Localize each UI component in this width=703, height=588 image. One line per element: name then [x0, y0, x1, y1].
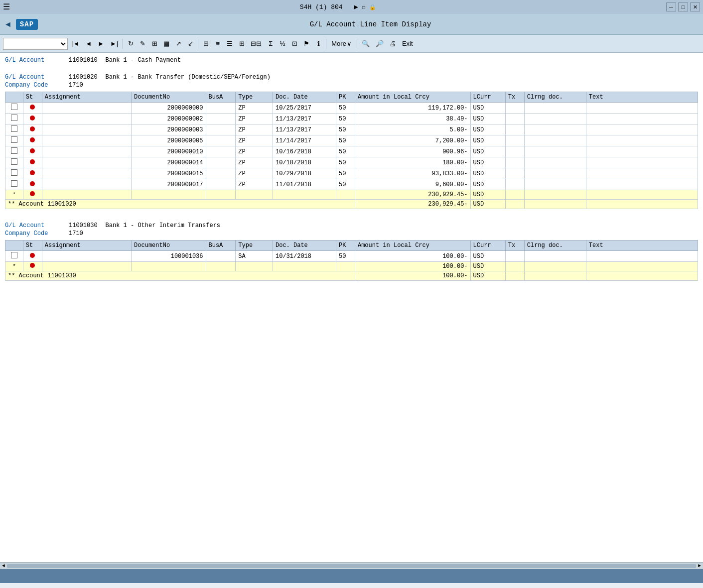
print-button[interactable]: 🖨 [387, 37, 399, 50]
row-checkbox[interactable] [5, 103, 23, 114]
table-row[interactable]: 2000000003 ZP 11/13/2017 50 5.00- USD [5, 124, 698, 135]
row-date: 10/31/2018 [273, 251, 336, 262]
table-row[interactable]: 2000000014 ZP 10/18/2018 50 180.00- USD [5, 157, 698, 168]
table-row[interactable]: 2000000002 ZP 11/13/2017 50 38.49- USD [5, 114, 698, 124]
table-row[interactable]: 2000000017 ZP 11/01/2018 50 9,600.00- US… [5, 179, 698, 190]
find-next-button[interactable]: 🔎 [373, 37, 386, 50]
flag-button[interactable]: ⚑ [301, 37, 312, 50]
th-text-1: Text [586, 92, 698, 103]
table-row[interactable]: 100001036 SA 10/31/2018 50 100.00- USD [5, 251, 698, 262]
subtotal-button[interactable]: ⊟⊟ [248, 37, 264, 50]
table-row[interactable]: 2000000000 ZP 10/25/2017 50 119,172.00- … [5, 103, 698, 114]
info-button[interactable]: ℹ [313, 37, 324, 50]
layout-button[interactable]: ⊞ [149, 37, 160, 50]
export-button[interactable]: ↗ [173, 37, 184, 50]
lock-icon[interactable]: 🔒 [369, 4, 376, 10]
row-checkbox[interactable] [5, 124, 23, 135]
next-button[interactable]: ► [95, 37, 107, 50]
row-checkbox[interactable] [5, 146, 23, 157]
th-docno-2: DocumentNo [132, 240, 206, 251]
checkbox-icon[interactable] [11, 125, 17, 132]
scroll-left-icon[interactable]: ◄ [2, 563, 5, 569]
row-lcurr: USD [470, 103, 505, 114]
bookmark-button[interactable]: ⊡ [289, 37, 300, 50]
status-dot-icon [30, 126, 35, 131]
row-checkbox[interactable] [5, 135, 23, 146]
checkbox-icon[interactable] [11, 115, 17, 121]
total-row-2: ** Account 11001030 100.00- USD [5, 271, 698, 281]
account-row-gl-2: G/L Account 11001020 Bank 1 - Bank Trans… [5, 74, 698, 81]
th-amount-1: Amount in Local Crcy [355, 92, 470, 103]
menu-icon[interactable]: ☰ [3, 2, 10, 12]
gl-account-number-3: 11001030 [69, 222, 98, 229]
company-code-row-2: Company Code 1710 [5, 82, 698, 89]
row-date: 10/16/2018 [273, 146, 336, 157]
row-busa [206, 114, 236, 124]
row-checkbox[interactable] [5, 157, 23, 168]
row-docno: 2000000014 [132, 157, 206, 168]
align-left-button[interactable]: ≡ [212, 37, 223, 50]
row-tx [505, 146, 524, 157]
exit-button[interactable]: Exit [400, 37, 416, 50]
row-clrng [524, 103, 586, 114]
row-lcurr: USD [470, 124, 505, 135]
table-row[interactable]: 2000000015 ZP 10/29/2018 50 93,833.00- U… [5, 168, 698, 179]
table-row[interactable]: 2000000005 ZP 11/14/2017 50 7,200.00- US… [5, 135, 698, 146]
scroll-thumb[interactable] [7, 564, 696, 568]
h-scrollbar[interactable]: ◄ ► [0, 562, 703, 569]
row-amount: 5.00- [355, 124, 470, 135]
gl-account-label-3: G/L Account [5, 222, 65, 229]
table-row[interactable]: 2000000010 ZP 10/16/2018 50 900.96- USD [5, 146, 698, 157]
refresh-button[interactable]: ↻ [125, 37, 136, 50]
scroll-right-icon[interactable]: ► [698, 563, 701, 569]
fraction-button[interactable]: ½ [277, 37, 288, 50]
edit-button[interactable]: ✎ [137, 37, 148, 50]
row-docno: 100001036 [132, 251, 206, 262]
row-checkbox[interactable] [5, 179, 23, 190]
copy-icon[interactable]: ❐ [362, 4, 366, 10]
status-dot-icon [30, 148, 35, 153]
sum-button[interactable]: Σ [265, 37, 276, 50]
maximize-button[interactable]: □ [678, 2, 688, 11]
checkbox-icon[interactable] [11, 147, 17, 154]
checkbox-icon[interactable] [11, 252, 17, 258]
th-busa-2: BusA [206, 240, 236, 251]
checkbox-icon[interactable] [11, 158, 17, 165]
row-checkbox[interactable] [5, 114, 23, 124]
prev-button[interactable]: ◄ [83, 37, 94, 50]
grid-button[interactable]: ⊞ [236, 37, 247, 50]
total-text-2 [586, 271, 698, 281]
checkbox-icon[interactable] [11, 104, 17, 110]
checkbox-icon[interactable] [11, 169, 17, 176]
row-clrng [524, 251, 586, 262]
row-docno: 2000000002 [132, 114, 206, 124]
row-docno: 2000000005 [132, 135, 206, 146]
separator-2 [198, 39, 198, 49]
checkbox-icon[interactable] [11, 180, 17, 187]
search-button[interactable]: 🔍 [359, 37, 372, 50]
row-assignment [42, 135, 131, 146]
row-amount: 180.00- [355, 157, 470, 168]
close-button[interactable]: ✕ [690, 2, 700, 11]
first-page-button[interactable]: |◄ [69, 37, 82, 50]
back-button[interactable]: ◄ [4, 20, 12, 29]
last-page-button[interactable]: ►| [108, 37, 121, 50]
row-date: 11/13/2017 [273, 124, 336, 135]
minimize-button[interactable]: ─ [666, 2, 676, 11]
more-button[interactable]: More ∨ [328, 37, 355, 50]
row-checkbox[interactable] [5, 251, 23, 262]
filter-button[interactable]: ⊟ [200, 37, 211, 50]
checkbox-icon[interactable] [11, 136, 17, 143]
row-clrng [524, 114, 586, 124]
total-lcurr-2: USD [470, 271, 505, 281]
company-code-value-3: 1710 [69, 230, 83, 237]
command-dropdown[interactable] [3, 38, 68, 50]
align-center-button[interactable]: ☰ [224, 37, 235, 50]
subtotal-date [273, 190, 336, 200]
row-assignment [42, 114, 131, 124]
detail-button[interactable]: ▦ [161, 37, 172, 50]
row-checkbox[interactable] [5, 168, 23, 179]
company-code-label-2: Company Code [5, 82, 65, 89]
import-button[interactable]: ↙ [185, 37, 196, 50]
play-icon[interactable]: ▶ [354, 3, 358, 11]
